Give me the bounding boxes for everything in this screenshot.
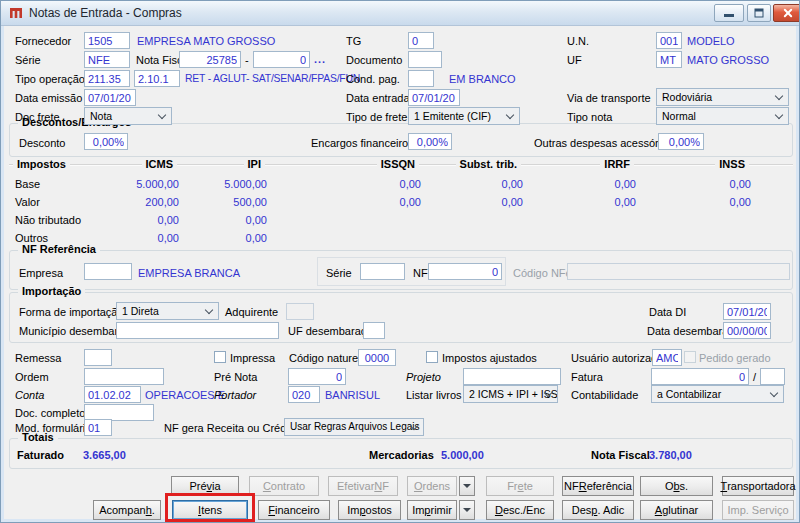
un-input[interactable] (656, 32, 682, 49)
contabilidade-value: a Contabilizar (657, 388, 721, 400)
ordens-button: Ordens (407, 476, 457, 496)
forma-importacao-select[interactable]: 1 Direta (116, 302, 219, 320)
chevron-down-icon (506, 111, 514, 119)
usuario-autorizado-input[interactable] (652, 349, 682, 366)
fatura-input[interactable] (651, 368, 749, 385)
listar-livros-select[interactable]: 2 ICMS + IPI + ISS (463, 385, 558, 403)
pre-nota-input[interactable] (288, 368, 346, 385)
transportadora-button[interactable]: Transportadora (722, 476, 794, 496)
desc-enc-button[interactable]: Desc./Enc (486, 500, 554, 520)
impressa-checkbox[interactable] (214, 351, 226, 363)
serie-label: Série (15, 54, 41, 66)
nf-gera-select[interactable]: Usar Regras Arquivos Legais (284, 418, 424, 436)
portador-input[interactable] (288, 386, 320, 403)
cond-pag-input[interactable] (408, 70, 434, 87)
desconto-input[interactable] (84, 133, 128, 150)
fatura-sub-input[interactable] (760, 368, 785, 385)
fornecedor-name-text: EMPRESA MATO GROSSO (137, 35, 275, 47)
impostos-ajustados-checkbox[interactable] (426, 351, 438, 363)
nf-referencia-button[interactable]: NF Referência (562, 476, 634, 496)
nf-ref-nf-input[interactable] (428, 263, 502, 280)
notas-entrada-window: Notas de Entrada - Compras Fornecedor EM… (0, 0, 800, 523)
imprimir-button[interactable]: Imprimir (407, 500, 457, 520)
impostos-value: 0,00 (526, 178, 636, 190)
tipo-nota-value: Normal (662, 110, 696, 122)
ordem-input[interactable] (84, 368, 164, 385)
minimize-button[interactable] (714, 4, 744, 22)
mod-formulario-input[interactable] (84, 419, 112, 436)
imp-servico-button: Imp. Serviço (722, 500, 794, 520)
chevron-down-icon (775, 111, 783, 119)
nota-fiscal-lookup-button[interactable]: ... (314, 53, 326, 65)
cond-pag-desc-text: EM BRANCO (449, 73, 516, 85)
uf-desembaraco-input[interactable] (363, 322, 385, 339)
nf-ref-serie-input[interactable] (360, 263, 405, 280)
nf-ref-empresa-input[interactable] (84, 263, 132, 280)
previa-button[interactable]: Prévia (171, 476, 239, 496)
uf-label: UF (567, 54, 582, 66)
tipo-frete-value: 1 Emitente (CIF) (414, 110, 491, 122)
chevron-down-icon (775, 92, 783, 100)
imprimir-dropdown-button[interactable] (459, 500, 475, 520)
uf-input[interactable] (656, 51, 682, 68)
acompanh-button[interactable]: Acompanh. (93, 500, 161, 520)
itens-button[interactable]: Itens (172, 500, 248, 520)
impostos-value: 500,00 (157, 196, 267, 208)
pedido-gerado-label: Pedido gerado (699, 352, 771, 364)
fornecedor-input[interactable] (84, 32, 130, 49)
outras-despesas-input[interactable] (658, 133, 704, 150)
serie-input[interactable] (84, 51, 130, 68)
tipo-operacao-sub-input[interactable] (134, 70, 180, 87)
impostos-value: 0,00 (311, 178, 421, 190)
tg-input[interactable] (408, 32, 434, 49)
aglutinar-button[interactable]: Aglutinar (640, 500, 713, 520)
nf-referencia-group-title: NF Referência (18, 243, 100, 255)
nf-ref-empresa-label: Empresa (19, 267, 63, 279)
forma-importacao-label: Forma de importação (19, 306, 124, 318)
fatura-separator: / (753, 371, 756, 383)
tipo-frete-select[interactable]: 1 Emitente (CIF) (408, 107, 520, 125)
nota-fiscal-sub-input[interactable] (253, 51, 310, 68)
impostos-button[interactable]: Impostos (338, 500, 401, 520)
impostos-col-header: ICMS (142, 158, 178, 170)
adquirente-label: Adquirente (225, 306, 278, 318)
data-di-input[interactable] (723, 303, 771, 320)
remessa-input[interactable] (84, 349, 112, 366)
nota-fiscal-input[interactable] (179, 51, 241, 68)
nf-ref-nf-label: NF (413, 267, 428, 279)
encargos-input[interactable] (408, 133, 452, 150)
faturado-value: 3.665,00 (83, 449, 126, 461)
tipo-operacao-input[interactable] (84, 70, 130, 87)
codigo-nfe-input (567, 263, 790, 280)
minimize-icon (724, 14, 734, 17)
desp-adic-button[interactable]: Desp. Adic (562, 500, 634, 520)
frete-button: Frete (486, 476, 554, 496)
maximize-button[interactable] (747, 4, 771, 22)
doc-frete-select[interactable]: Nota (84, 107, 172, 125)
municipio-desembaraco-input[interactable] (116, 322, 279, 339)
encargos-label: Encargos financeiros (311, 137, 414, 149)
projeto-input[interactable] (463, 368, 561, 385)
obs-button[interactable]: Obs. (640, 476, 713, 496)
tipo-operacao-desc-text: RET - AGLUT- SAT/SENAR/FPAS/FUN (185, 73, 360, 84)
tipo-nota-select[interactable]: Normal (656, 107, 789, 125)
financeiro-button[interactable]: Financeiro (258, 500, 330, 520)
impostos-row-label: Outros (15, 232, 48, 244)
data-entrada-input[interactable] (408, 89, 460, 106)
chevron-down-icon (770, 389, 778, 397)
nf-ref-serie-label: Série (326, 267, 352, 279)
mercadorias-label: Mercadorias (369, 449, 434, 461)
ordens-dropdown-button[interactable] (459, 476, 475, 496)
data-emissao-input[interactable] (84, 89, 136, 106)
tipo-nota-label: Tipo nota (567, 111, 612, 123)
conta-input[interactable] (84, 386, 141, 403)
conta-label: Conta (15, 389, 44, 401)
desconto-label: Desconto (19, 137, 65, 149)
via-transporte-select[interactable]: Rodoviária (656, 88, 789, 106)
contabilidade-select[interactable]: a Contabilizar (651, 385, 784, 403)
codigo-natureza-input[interactable] (358, 349, 396, 366)
close-button[interactable] (773, 4, 800, 22)
data-desembaraco-input[interactable] (723, 322, 771, 339)
un-name-text: MODELO (687, 35, 735, 47)
documento-input[interactable] (408, 51, 442, 68)
